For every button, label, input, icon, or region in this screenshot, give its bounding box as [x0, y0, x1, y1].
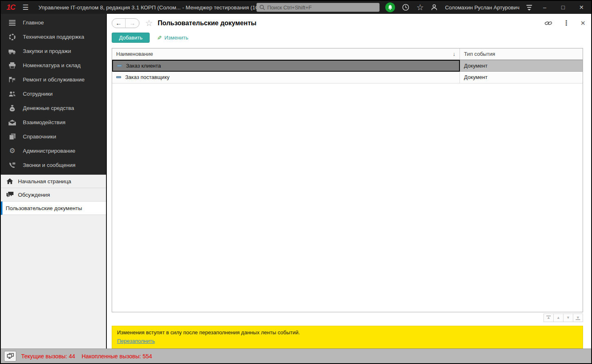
column-header-label: Наименование [116, 51, 153, 57]
1c-logo: 1С [7, 3, 15, 12]
money-bag-icon [8, 105, 16, 112]
sidebar-item-label: Начальная страница [18, 178, 71, 184]
refill-link[interactable]: Перезаполнить [117, 338, 155, 344]
sidebar-item-administrirovanie[interactable]: ⚙ Администрирование [1, 144, 106, 158]
sidebar: Главное Техническая поддержка Закупки и … [1, 14, 107, 349]
scroll-up-button[interactable]: ▲ [553, 314, 563, 322]
page-title: Пользовательские документы [158, 20, 545, 27]
column-header-label: Тип события [464, 51, 495, 57]
forward-button[interactable]: → [126, 19, 139, 28]
sidebar-sections: Главное Техническая поддержка Закупки и … [1, 14, 106, 175]
edit-button[interactable]: ✎ Изменить [157, 35, 188, 41]
sidebar-item-label: Администрирование [23, 148, 75, 154]
bell-icon [388, 5, 393, 10]
flags-icon [8, 77, 16, 83]
copy-link-icon[interactable] [545, 20, 552, 26]
more-menu-icon[interactable]: ⋮ [563, 19, 570, 27]
sidebar-item-label: Звонки и сообщения [23, 162, 75, 168]
go-to-first-button[interactable]: ▲ [543, 314, 554, 322]
window-title: Управление IT-отделом 8, редакция 3.1 КО… [38, 4, 256, 11]
sidebar-item-vzaimodeystviya[interactable]: Взаимодействия [1, 115, 106, 129]
titlebar: 1С ☰ Управление IT-отделом 8, редакция 3… [1, 1, 591, 14]
sidebar-item-discussions[interactable]: Обсуждения [1, 188, 106, 202]
sidebar-item-label: Пользовательские документы [6, 205, 82, 211]
envelope-icon [8, 120, 16, 125]
main-content: ← → ☆ Пользовательские документы ⋮ ✕ Доб… [107, 14, 591, 349]
sidebar-item-label: Закупки и продажи [23, 48, 71, 54]
sidebar-item-label: Главное [23, 20, 44, 26]
sidebar-item-label: Денежные средства [23, 105, 74, 111]
table-empty-area [112, 83, 583, 312]
notifications-button[interactable] [385, 2, 395, 12]
service-menu-icon[interactable] [526, 4, 532, 11]
sidebar-item-label: Техническая поддержка [23, 34, 84, 40]
gear-icon: ⚙ [8, 147, 16, 155]
history-clock-icon [402, 4, 409, 11]
row-type: Документ [464, 74, 488, 80]
performance-indicator-button[interactable] [4, 351, 16, 362]
column-header-type[interactable]: Тип события [460, 48, 583, 59]
pages-icon [8, 134, 16, 140]
favorites-button[interactable]: ☆ [416, 2, 424, 12]
close-form-icon[interactable]: ✕ [580, 20, 585, 27]
sidebar-item-sotrudniki[interactable]: Сотрудники [1, 87, 106, 101]
current-calls-counter: Текущие вызовы: 44 [21, 353, 75, 360]
sidebar-item-remont[interactable]: Ремонт и обслуживание [1, 72, 106, 87]
table-row[interactable]: Заказ поставщику Документ [112, 72, 583, 83]
user-icon [431, 4, 438, 11]
go-to-last-button[interactable]: ▼ [573, 314, 583, 322]
hamburger-menu-icon[interactable]: ☰ [22, 3, 29, 12]
search-icon [259, 4, 265, 10]
global-search[interactable] [256, 3, 380, 12]
sidebar-item-label: Обсуждения [18, 192, 50, 198]
history-button[interactable] [402, 4, 409, 11]
row-name-cell[interactable]: Заказ поставщику [112, 72, 460, 83]
sort-descending-icon: ↓ [453, 51, 456, 57]
back-button[interactable]: ← [112, 19, 126, 28]
row-name-cell[interactable]: Заказ клиента [112, 60, 460, 72]
truck-icon [8, 48, 16, 54]
close-window-button[interactable]: ✕ [576, 4, 587, 11]
pencil-icon: ✎ [157, 35, 162, 41]
sidebar-item-label: Справочники [23, 134, 56, 140]
row-type-cell[interactable]: Документ [460, 72, 583, 83]
statusbar: Текущие вызовы: 44 Накопленные вызовы: 5… [1, 349, 591, 363]
search-input[interactable] [267, 4, 377, 11]
row-type-cell[interactable]: Документ [460, 60, 583, 72]
sidebar-item-tech-podderzhka[interactable]: Техническая поддержка [1, 30, 106, 44]
app-window: 1С ☰ Управление IT-отделом 8, редакция 3… [0, 0, 592, 364]
sidebar-item-home[interactable]: Начальная страница [1, 175, 106, 188]
sidebar-item-user-documents[interactable]: Пользовательские документы [1, 202, 106, 215]
monitors-icon [7, 353, 14, 359]
scroll-down-button[interactable]: ▼ [563, 314, 573, 322]
sidebar-item-denezhnye[interactable]: Денежные средства [1, 101, 106, 115]
add-to-favorites-star-icon[interactable]: ☆ [145, 18, 153, 28]
add-button[interactable]: Добавить [112, 33, 150, 43]
accumulated-calls-counter: Накопленные вызовы: 554 [82, 353, 152, 360]
column-header-name[interactable]: Наименование ↓ [112, 48, 460, 59]
history-nav-group: ← → [112, 18, 139, 28]
sidebar-item-zvonki[interactable]: Звонки и сообщения [1, 158, 106, 172]
sidebar-item-nomenklatura[interactable]: Номенклатура и склад [1, 58, 106, 72]
table-row[interactable]: Заказ клиента Документ [112, 60, 583, 72]
row-name: Заказ поставщику [125, 74, 170, 80]
maximize-button[interactable]: □ [557, 4, 569, 11]
sidebar-item-label: Взаимодействия [23, 119, 66, 125]
toolbar: Добавить ✎ Изменить [107, 31, 591, 45]
sidebar-item-zakupki[interactable]: Закупки и продажи [1, 44, 106, 58]
list-item-icon [117, 65, 122, 67]
people-icon [8, 91, 16, 97]
table-header-row: Наименование ↓ Тип события [112, 48, 583, 60]
phone-icon [8, 162, 16, 169]
user-button[interactable] [431, 4, 438, 11]
table-scroll-buttons: ▲ ▲ ▼ ▼ [107, 314, 583, 322]
sidebar-item-spravochniki[interactable]: Справочники [1, 129, 106, 144]
printer-box-icon [8, 62, 16, 68]
lifebuoy-icon [8, 34, 16, 40]
warning-banner: Изменения вступят в силу после перезапол… [112, 326, 583, 349]
warning-message: Изменения вступят в силу после перезапол… [117, 329, 578, 335]
minimize-button[interactable]: – [539, 4, 550, 11]
chat-icon [6, 192, 14, 197]
sidebar-filler [1, 215, 106, 349]
sidebar-item-glavnoe[interactable]: Главное [1, 15, 106, 30]
